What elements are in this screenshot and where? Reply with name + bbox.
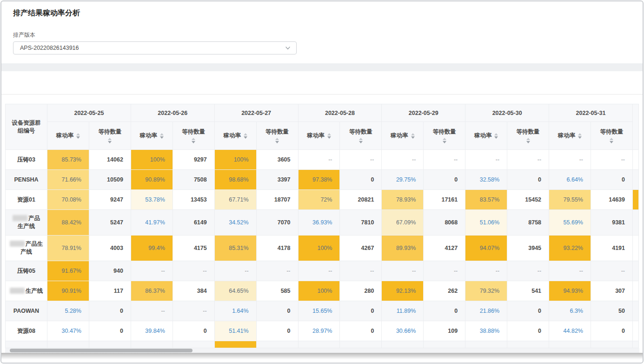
rate-cell: 41.97% [131, 210, 173, 236]
column-header-wait[interactable]: 等待数量 [89, 122, 131, 150]
wait-cell: 0 [424, 170, 465, 190]
sort-icon[interactable] [244, 133, 247, 139]
rate-cell [298, 341, 340, 348]
column-header-rate[interactable]: 稼动率 [131, 122, 173, 150]
wait-header-inner: 等待数量 [257, 128, 298, 143]
column-header-wait[interactable]: 等待数量 [424, 122, 465, 150]
wait-cell: 7810 [340, 210, 382, 236]
caret-down-icon [578, 136, 582, 139]
rate-cell: 78.91% [47, 236, 89, 261]
sort-icon[interactable] [526, 138, 530, 143]
page-title: 排产结果稼动率分析 [1, 1, 643, 18]
rate-cell: -- [382, 150, 424, 170]
version-select[interactable]: APS-20220826143916 [13, 41, 297, 54]
rate-header-inner: 稼动率 [465, 132, 507, 140]
wait-cell: -- [591, 150, 632, 170]
sort-icon[interactable] [411, 133, 415, 139]
table-row: PENSHA71.66%1050990.89%750898.68%339797.… [6, 170, 639, 190]
wait-cell: 15452 [507, 190, 549, 210]
column-header-rate[interactable]: 稼动率 [465, 122, 507, 150]
rate-cell: 100% [131, 150, 173, 170]
sort-icon[interactable] [443, 138, 446, 143]
rate-cell: 64.65% [214, 281, 256, 301]
next-column-sliver-cell [633, 341, 639, 348]
rate-cell: 79.32% [465, 281, 507, 301]
scrollbar-thumb[interactable] [10, 349, 193, 352]
caret-up-icon [443, 138, 446, 140]
wait-cell [424, 341, 465, 348]
column-header-wait[interactable]: 等待数量 [256, 122, 298, 150]
rate-header-inner: 稼动率 [549, 132, 591, 140]
next-column-sliver-cell [633, 190, 639, 210]
wait-cell: 4127 [424, 236, 465, 261]
rate-header-label: 稼动率 [307, 132, 325, 140]
rate-header-inner: 稼动率 [215, 132, 256, 140]
rate-cell: 55.69% [549, 210, 591, 236]
wait-cell: 14639 [591, 190, 632, 210]
next-column-sliver-cell [633, 281, 639, 301]
column-header-wait[interactable]: 等待数量 [591, 122, 632, 150]
rate-cell: 88.42% [47, 210, 89, 236]
rate-cell: 99.4% [131, 236, 173, 261]
rate-header-label: 稼动率 [140, 132, 158, 140]
horizontal-scrollbar[interactable] [5, 348, 639, 353]
sort-icon[interactable] [359, 138, 363, 143]
wait-cell: 17161 [424, 190, 465, 210]
sort-icon[interactable] [160, 133, 164, 139]
rate-cell: 5.28% [47, 301, 89, 321]
next-column-sliver-cell [633, 236, 639, 261]
rate-cell [382, 341, 424, 348]
row-label [6, 341, 47, 348]
column-header-rate[interactable]: 稼动率 [298, 122, 340, 150]
rate-header-label: 稼动率 [223, 132, 241, 140]
wait-cell: -- [424, 150, 465, 170]
rate-cell: 100% [214, 150, 256, 170]
row-label: 产品生 产线 [6, 236, 47, 261]
wait-cell: 3605 [256, 150, 298, 170]
rate-cell: 94.93% [549, 281, 591, 301]
column-header-rate[interactable]: 稼动率 [214, 122, 256, 150]
sort-icon[interactable] [494, 133, 498, 139]
wait-cell: 8068 [424, 210, 465, 236]
rate-cell: 83.57% [465, 190, 507, 210]
sort-icon[interactable] [327, 133, 331, 139]
page: 排产结果稼动率分析 排产版本 APS-20220826143916 设备资源群 … [0, 0, 644, 364]
sort-icon[interactable] [275, 138, 279, 143]
wait-cell: 117 [89, 281, 131, 301]
rate-cell: -- [298, 261, 340, 281]
rate-cell [549, 341, 591, 348]
rate-cell: 100% [298, 281, 340, 301]
sort-icon[interactable] [578, 133, 582, 139]
rate-cell: 100% [298, 236, 340, 261]
rate-cell: 67.71% [214, 190, 256, 210]
row-group-header: 设备资源群 组编号 [6, 104, 47, 150]
next-column-sliver-cell [633, 261, 639, 281]
column-header-wait[interactable]: 等待数量 [340, 122, 382, 150]
sort-icon[interactable] [76, 133, 80, 139]
sort-icon[interactable] [108, 138, 112, 143]
column-header-wait[interactable]: 等待数量 [173, 122, 214, 150]
wait-cell: 280 [340, 281, 382, 301]
column-header-rate[interactable]: 稼动率 [47, 122, 89, 150]
version-filter: 排产版本 APS-20220826143916 [13, 31, 643, 54]
wait-header-inner: 等待数量 [89, 128, 131, 143]
wait-cell: 0 [424, 301, 465, 321]
version-label: 排产版本 [13, 31, 643, 39]
wait-cell: 7508 [173, 170, 214, 190]
table-row: 压铸0591.67%940------------------------ [6, 261, 639, 281]
wait-cell: 0 [256, 301, 298, 321]
rate-cell: 90.89% [131, 170, 173, 190]
column-header-rate[interactable]: 稼动率 [382, 122, 424, 150]
sort-icon[interactable] [610, 138, 613, 143]
column-header-wait[interactable]: 等待数量 [507, 122, 549, 150]
table-row [6, 341, 639, 348]
column-header-rate[interactable]: 稼动率 [549, 122, 591, 150]
sort-icon[interactable] [192, 138, 195, 143]
rate-cell: 21.86% [465, 301, 507, 321]
wait-cell: -- [340, 150, 382, 170]
column-header-date: 2022-05-29 [382, 104, 465, 122]
rate-cell: -- [131, 261, 173, 281]
rate-cell: 30.47% [47, 321, 89, 341]
next-column-sliver-cell [633, 321, 639, 341]
wait-cell: 0 [591, 170, 632, 190]
